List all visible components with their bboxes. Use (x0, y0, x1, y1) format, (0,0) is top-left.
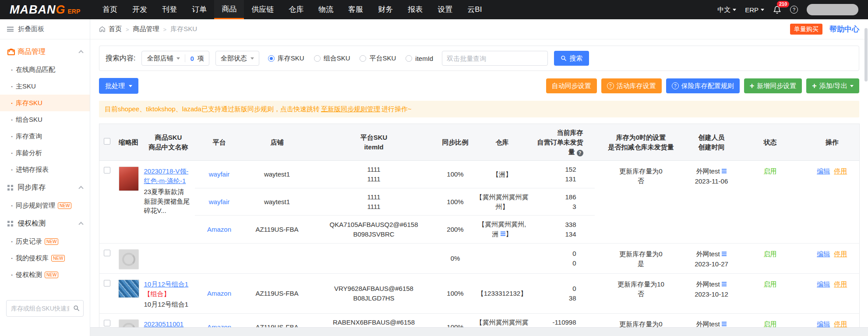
radio-button[interactable] (268, 55, 275, 62)
nav-item[interactable]: 设置 (430, 0, 460, 19)
row-checkbox[interactable] (104, 280, 110, 286)
notice-jump-link[interactable]: 至新版同步规则管理 (321, 105, 380, 113)
radio-option[interactable]: 组合SKU (314, 54, 350, 63)
insurance-stock-rules-button[interactable]: 保险库存配置规则 (666, 78, 740, 93)
scrollbar-thumb[interactable] (864, 28, 868, 81)
nav-item[interactable]: 刊登 (155, 0, 184, 19)
radio-button[interactable] (360, 55, 366, 62)
sync-category-icon (7, 184, 14, 191)
sidebar-item[interactable]: 侵权检测NEW (0, 266, 90, 283)
radio-button[interactable] (314, 55, 321, 62)
nav-item[interactable]: 订单 (184, 0, 214, 19)
unshipped-qty: 38 (534, 294, 576, 303)
create-date: 2023-11-06 (690, 177, 733, 186)
disable-link[interactable]: 停用 (834, 167, 847, 175)
nav-item[interactable]: 供应链 (244, 0, 281, 19)
help-question-icon[interactable] (577, 150, 583, 156)
edit-link[interactable]: 编辑 (817, 250, 830, 258)
status-filter-select[interactable]: 全部状态 (215, 51, 259, 66)
edit-link[interactable]: 编辑 (817, 280, 830, 288)
search-button[interactable]: 搜索 (554, 51, 589, 66)
search-icon[interactable] (73, 305, 80, 311)
section-label: 商品管理 (18, 47, 46, 57)
batch-actions-button[interactable]: 批处理 (99, 78, 138, 94)
sidebar-item[interactable]: 库存SKU (0, 95, 90, 111)
add-export-button[interactable]: 添加/导出 (806, 78, 859, 93)
store-filter-select[interactable]: 全部店铺 0 项 (141, 51, 209, 66)
row-checkbox[interactable] (104, 320, 110, 326)
combo-tag: 【组合】 (144, 290, 170, 297)
sidebar-item-label: 历史记录 (16, 237, 42, 246)
radio-option[interactable]: 平台SKU (360, 54, 396, 63)
nav-item[interactable]: 财务 (370, 0, 400, 19)
sidebar-item[interactable]: 在线商品匹配 (0, 61, 90, 78)
edit-link[interactable]: 编辑 (817, 167, 830, 175)
sidebar-item[interactable]: 组合SKU (0, 111, 90, 128)
add-sync-settings-button[interactable]: 新增同步设置 (744, 78, 802, 93)
nav-item[interactable]: 客服 (341, 0, 370, 19)
sidebar-section-title[interactable]: 侵权检测 (0, 214, 90, 233)
nav-item[interactable]: 云BI (460, 0, 489, 19)
product-thumbnail[interactable] (119, 166, 139, 191)
nav-item[interactable]: 开发 (125, 0, 155, 19)
nav-item[interactable]: 首页 (95, 0, 125, 19)
platform-link[interactable]: wayfair (209, 170, 230, 178)
row-checkbox[interactable] (104, 250, 110, 256)
nav-item[interactable]: 仓库 (281, 0, 311, 19)
platform-link[interactable]: Amazon (207, 290, 231, 297)
product-sku-link[interactable]: 20230718-V领-红色-m-涤纶-1 (144, 167, 189, 184)
disable-link[interactable]: 停用 (834, 280, 847, 288)
disable-link[interactable]: 停用 (834, 320, 847, 328)
erp-selector[interactable]: ERP (745, 6, 764, 14)
sidebar-item[interactable]: 我的侵权库NEW (0, 250, 90, 266)
quick-search-input[interactable] (6, 300, 84, 317)
disable-link[interactable]: 停用 (834, 250, 847, 258)
nav-item[interactable]: 物流 (311, 0, 341, 19)
product-sku-link[interactable]: 10月12号组合1 (144, 280, 189, 288)
sidebar-item[interactable]: 库存查询 (0, 128, 90, 145)
platform-sku: 1111 (313, 192, 435, 202)
warehouse-detail-icon[interactable] (500, 230, 506, 239)
sidebar-item[interactable]: 进销存报表 (0, 161, 90, 178)
product-thumbnail[interactable] (118, 279, 139, 298)
sidebar-quick-search (6, 300, 84, 317)
user-account-area[interactable] (807, 4, 858, 15)
product-sku-link[interactable]: 20230511001 (144, 320, 184, 328)
nav-item[interactable]: 报表 (400, 0, 430, 19)
row-checkbox[interactable] (104, 167, 110, 173)
product-thumbnail[interactable] (119, 249, 139, 269)
auto-sync-settings-button[interactable]: 自动同步设置 (546, 78, 597, 93)
help-icon[interactable] (790, 6, 798, 14)
radio-button[interactable] (406, 55, 412, 62)
app-logo[interactable]: MABANG ERP (10, 3, 80, 17)
sidebar-item[interactable]: 库龄分析 (0, 145, 90, 161)
actions-cell: 编辑停用 (805, 273, 860, 313)
breadcrumb-section[interactable]: 商品管理 (133, 25, 159, 33)
radio-option[interactable]: 库存SKU (268, 54, 304, 63)
sidebar-item[interactable]: 历史记录NEW (0, 233, 90, 250)
sidebar-item[interactable]: 主SKU (0, 78, 90, 95)
nav-item[interactable]: 商品 (214, 0, 244, 19)
notifications-button[interactable]: 210 (773, 6, 781, 14)
radio-option[interactable]: itemId (406, 55, 433, 62)
creator-detail-icon[interactable] (721, 250, 727, 259)
batch-query-input[interactable] (442, 51, 548, 66)
deduct-unshipped-flag: 否 (597, 289, 685, 299)
sidebar-item-label: 库存查询 (16, 132, 42, 141)
edit-link[interactable]: 编辑 (817, 320, 830, 328)
collapse-panel-button[interactable]: 折叠面板 (0, 19, 90, 39)
buy-quota-button[interactable]: 单量购买 (790, 24, 822, 35)
creator-detail-icon[interactable] (721, 167, 727, 177)
activity-stock-settings-button[interactable]: 活动库存设置 (601, 78, 662, 93)
creator-detail-icon[interactable] (721, 280, 727, 290)
platform-link[interactable]: Amazon (207, 226, 231, 233)
select-all-checkbox[interactable] (104, 138, 110, 145)
sidebar-item[interactable]: 同步规则管理NEW (0, 197, 90, 214)
help-center-link[interactable]: 帮助中心 (829, 24, 859, 34)
language-selector[interactable]: 中文 (717, 6, 736, 14)
breadcrumb-home[interactable]: 首页 (109, 25, 122, 33)
sidebar-section-title[interactable]: 同步库存 (0, 178, 90, 197)
platform-link[interactable]: wayfair (209, 198, 230, 205)
sync-ratio-cell: 200% (438, 216, 473, 244)
sidebar-section-title[interactable]: 商品管理 (0, 42, 90, 61)
